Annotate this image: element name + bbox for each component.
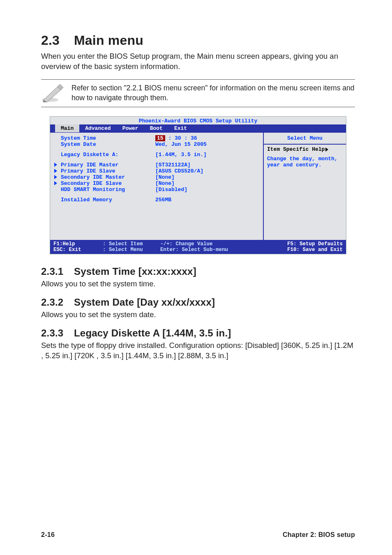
value-installed-memory: 256MB (155, 197, 171, 203)
bios-utility-title: Phoenix-Award BIOS CMOS Setup Utility (50, 117, 346, 124)
subsection-heading-2: 2.3.2System Date [Day xx/xx/xxxx] (41, 297, 355, 308)
legend-enter: Enter: Select Sub-menu (160, 247, 273, 253)
section-number: 2.3 (41, 33, 74, 48)
help-panel-title: Select Menu (264, 133, 346, 144)
subsection-num-3: 2.3.3 (41, 327, 74, 339)
note-text: Refer to section "2.2.1 BIOS menu screen… (71, 83, 355, 103)
page-number: 2-16 (41, 531, 55, 539)
field-hdd-smart[interactable]: HDD SMART Monitoring (53, 187, 155, 193)
field-system-date[interactable]: System Date (53, 141, 155, 147)
bios-legend-bar: F1:Help : Select Item -/+: Change Value … (50, 240, 346, 254)
bios-tab-exit[interactable]: Exit (168, 124, 193, 132)
time-hour-highlight[interactable]: 15 (155, 135, 165, 141)
bios-main-panel: System Time 15 : 30 : 36 System Date Wed… (50, 133, 263, 240)
subsection-num-2: 2.3.2 (41, 297, 74, 308)
field-secondary-ide-master[interactable]: Secondary IDE Master (53, 174, 155, 180)
value-primary-ide-master: [ST321122A] (155, 162, 191, 168)
legend-select-item: : Select Item (103, 241, 160, 247)
subsection-title-3: Legacy Diskette A [1.44M, 3.5 in.] (74, 327, 231, 339)
bios-tab-boot[interactable]: Boot (144, 124, 168, 132)
field-legacy-diskette[interactable]: Legacy Diskette A: (53, 152, 155, 158)
value-secondary-ide-master: [None] (155, 174, 175, 180)
submenu-arrow-icon (54, 163, 57, 167)
bios-tab-power[interactable]: Power (117, 124, 144, 132)
field-primary-ide-slave[interactable]: Primary IDE Slave (53, 168, 155, 174)
legend-f5: F5: Setup Defaults (273, 241, 343, 247)
subsection-heading-1: 2.3.1System Time [xx:xx:xxxx] (41, 266, 355, 277)
value-system-date: Wed, Jun 15 2005 (155, 141, 207, 147)
field-system-time[interactable]: System Time (53, 135, 155, 141)
page-footer: 2-16 Chapter 2: BIOS setup (41, 531, 355, 539)
bios-tab-main[interactable]: Main (55, 124, 79, 132)
submenu-arrow-icon (54, 169, 57, 173)
help-label: Item Specific Help (264, 145, 346, 154)
time-rest: : 30 : 36 (165, 135, 197, 141)
value-hdd-smart: [Disabled] (155, 187, 187, 193)
subsection-body-1: Allows you to set the system time. (41, 279, 355, 289)
triangle-right-icon (325, 147, 328, 152)
section-heading: 2.3Main menu (41, 33, 355, 48)
bios-screenshot: Phoenix-Award BIOS CMOS Setup Utility Ma… (50, 116, 346, 254)
value-legacy-diskette: [1.44M, 3.5 in.] (155, 152, 207, 158)
legend-f10: F10: Save and Exit (273, 247, 343, 253)
chapter-label: Chapter 2: BIOS setup (283, 531, 355, 539)
submenu-arrow-icon (54, 181, 57, 185)
section-intro: When you enter the BIOS Setup program, t… (41, 51, 355, 72)
subsection-heading-3: 2.3.3Legacy Diskette A [1.44M, 3.5 in.] (41, 327, 355, 339)
submenu-arrow-icon (54, 175, 57, 179)
bios-help-panel: Select Menu Item Specific Help Change th… (263, 133, 346, 240)
subsection-body-3: Sets the type of floppy drive installed.… (41, 341, 355, 361)
legend-select-menu: : Select Menu (103, 247, 160, 253)
field-installed-memory: Installed Memory (53, 197, 155, 203)
pencil-icon (41, 82, 64, 104)
field-secondary-ide-slave[interactable]: Secondary IDE Slave (53, 180, 155, 187)
section-title-text: Main menu (74, 33, 143, 48)
bios-tab-advanced[interactable]: Advanced (79, 124, 116, 132)
subsection-title-2: System Date [Day xx/xx/xxxx] (74, 297, 215, 308)
legend-esc: ESC: Exit (53, 247, 103, 253)
bios-menu-bar: Main Advanced Power Boot Exit (50, 124, 346, 132)
subsection-num-1: 2.3.1 (41, 266, 74, 277)
help-text: Change the day, month, year and century. (264, 154, 346, 170)
legend-change-value: -/+: Change Value (160, 241, 273, 247)
legend-f1: F1:Help (53, 241, 103, 247)
value-secondary-ide-slave: [None] (155, 180, 175, 187)
note-callout: Refer to section "2.2.1 BIOS menu screen… (41, 79, 355, 107)
subsection-title-1: System Time [xx:xx:xxxx] (74, 266, 196, 277)
subsection-body-2: Allows you to set the system date. (41, 310, 355, 320)
field-primary-ide-master[interactable]: Primary IDE Master (53, 162, 155, 168)
value-primary-ide-slave: [ASUS CDS520/A] (155, 168, 203, 174)
